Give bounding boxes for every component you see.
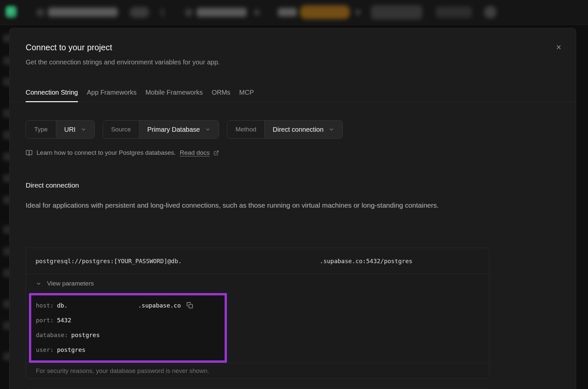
tab-connection-string[interactable]: Connection String xyxy=(26,89,78,102)
chevron-down-icon xyxy=(205,126,211,132)
chevron-down-icon[interactable] xyxy=(355,10,361,15)
connect-button-redacted[interactable] xyxy=(371,5,422,19)
source-select[interactable]: Primary Database xyxy=(139,121,219,138)
selector-row: Type URI Source Primary Database Method … xyxy=(26,120,343,139)
top-navigation-bar xyxy=(0,0,588,25)
method-select-group: Method Direct connection xyxy=(227,120,343,139)
source-select-group: Source Primary Database xyxy=(103,120,219,139)
parameters-zone: host: db. .supabase.co port: 5432 databa… xyxy=(26,293,489,363)
tab-orms[interactable]: ORMs xyxy=(212,89,231,102)
param-key: user: xyxy=(36,346,54,353)
branch-name-redacted[interactable] xyxy=(278,8,297,16)
param-key: database: xyxy=(36,332,68,338)
method-select-label: Method xyxy=(227,121,265,138)
method-select[interactable]: Direct connection xyxy=(265,121,342,138)
view-parameters-toggle[interactable]: View parameters xyxy=(26,274,489,293)
connect-modal: Connect to your project Get the connecti… xyxy=(9,28,576,389)
project-switcher-redacted[interactable] xyxy=(197,8,247,17)
read-docs-link[interactable]: Read docs xyxy=(180,149,210,156)
close-icon[interactable]: × xyxy=(553,41,565,53)
section-heading: Direct connection xyxy=(26,181,79,189)
modal-title: Connect to your project xyxy=(26,43,112,52)
production-badge-redacted[interactable] xyxy=(300,5,350,19)
section-description: Ideal for applications with persistent a… xyxy=(26,199,489,211)
plan-badge-redacted[interactable] xyxy=(130,7,149,18)
param-row-user: user: postgres xyxy=(31,342,225,357)
chevron-down-icon xyxy=(81,126,86,132)
modal-subtitle: Get the connection strings and environme… xyxy=(26,58,220,66)
project-icon xyxy=(185,9,192,16)
user-avatar-redacted[interactable] xyxy=(484,6,497,18)
sidebar-behind-overlay xyxy=(0,25,10,389)
param-row-host: host: db. .supabase.co xyxy=(31,298,225,313)
chevron-down-icon[interactable] xyxy=(254,10,260,15)
type-select-value: URI xyxy=(64,126,75,133)
supabase-logo-icon[interactable] xyxy=(5,6,17,18)
param-value-host-suffix: .supabase.co xyxy=(138,302,181,309)
source-select-label: Source xyxy=(103,121,139,138)
docs-hint-row: Learn how to connect to your Postgres da… xyxy=(26,149,219,156)
feedback-button-redacted[interactable] xyxy=(436,7,472,18)
param-key: port: xyxy=(36,317,54,324)
modal-tabbar: Connection String App Frameworks Mobile … xyxy=(10,83,576,102)
connection-string: postgresql://postgres:[YOUR_PASSWORD]@db… xyxy=(26,248,489,274)
book-icon xyxy=(26,149,33,156)
chevron-down-icon xyxy=(329,126,334,132)
security-note: For security reasons, your database pass… xyxy=(26,363,489,378)
param-value: postgres xyxy=(71,332,100,338)
param-key: host: xyxy=(36,302,54,309)
type-select[interactable]: URI xyxy=(56,121,94,138)
breadcrumb-separator xyxy=(160,8,164,17)
param-row-database: database: postgres xyxy=(31,328,225,342)
type-select-label: Type xyxy=(26,121,56,138)
docs-hint-text: Learn how to connect to your Postgres da… xyxy=(37,149,176,156)
type-select-group: Type URI xyxy=(26,120,95,139)
app-screen: Connect to your project Get the connecti… xyxy=(0,0,588,389)
tab-app-frameworks[interactable]: App Frameworks xyxy=(87,89,136,102)
param-value: postgres xyxy=(57,346,86,353)
source-select-value: Primary Database xyxy=(147,126,200,133)
org-icon xyxy=(37,9,44,16)
chevron-down-icon xyxy=(36,281,41,286)
external-link-icon xyxy=(213,150,219,156)
connection-card: postgresql://postgres:[YOUR_PASSWORD]@db… xyxy=(26,248,489,379)
view-parameters-label: View parameters xyxy=(47,280,94,287)
tab-mcp[interactable]: MCP xyxy=(239,89,254,102)
copy-icon[interactable] xyxy=(186,302,193,309)
tab-mobile-frameworks[interactable]: Mobile Frameworks xyxy=(145,89,203,102)
param-value: 5432 xyxy=(57,317,71,324)
org-switcher-redacted[interactable] xyxy=(48,8,118,17)
connection-string-suffix: .supabase.co:5432/postgres xyxy=(320,258,412,264)
method-select-value: Direct connection xyxy=(273,126,324,133)
param-row-port: port: 5432 xyxy=(31,313,225,328)
connection-string-prefix: postgresql://postgres:[YOUR_PASSWORD]@db… xyxy=(36,258,182,264)
annotation-highlight-box: host: db. .supabase.co port: 5432 databa… xyxy=(29,293,227,363)
param-value-host-prefix: db. xyxy=(57,302,68,309)
